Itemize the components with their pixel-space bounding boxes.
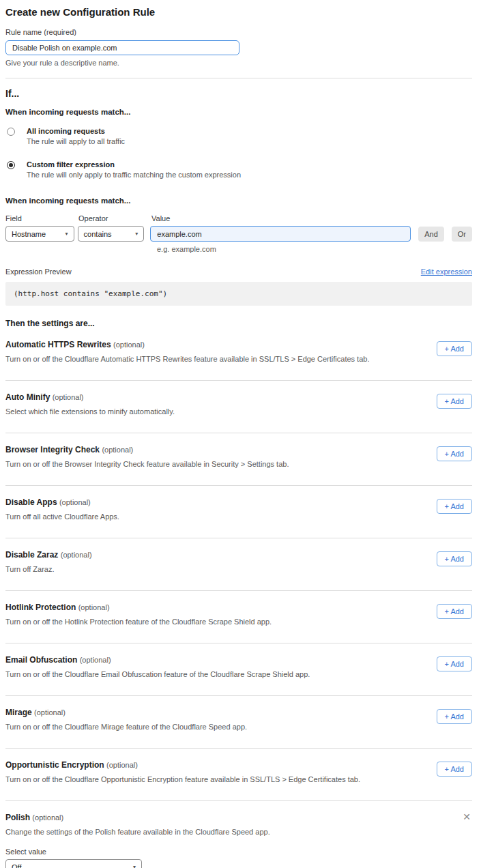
setting-name: Disable Zaraz [5, 550, 58, 560]
expression-builder-row: Hostname ▾ contains ▾ And Or [5, 226, 472, 242]
setting-name: Automatic HTTPS Rewrites [5, 340, 111, 349]
radio-description: The rule will apply to all traffic [27, 137, 125, 145]
field-select[interactable]: Hostname ▾ [5, 226, 74, 242]
setting-item-polish-expanded: Polish (optional) ✕ Change the settings … [5, 801, 472, 868]
polish-value-select[interactable]: Off ▾ [5, 859, 142, 868]
radio-icon-selected[interactable] [7, 161, 15, 169]
divider [5, 78, 472, 78]
setting-item: Automatic HTTPS Rewrites (optional) Turn… [5, 328, 472, 380]
operator-select[interactable]: contains ▾ [78, 226, 145, 242]
incoming-requests-match-heading: When incoming requests match... [5, 108, 472, 116]
then-settings-heading: Then the settings are... [5, 319, 472, 328]
setting-description: Change the settings of the Polish featur… [5, 828, 472, 836]
add-button[interactable]: + Add [437, 709, 472, 724]
setting-item: Opportunistic Encryption (optional) Turn… [5, 749, 472, 800]
setting-optional-label: (optional) [113, 341, 145, 349]
chevron-down-icon: ▾ [133, 864, 136, 868]
setting-optional-label: (optional) [53, 393, 84, 401]
setting-optional-label: (optional) [78, 603, 110, 611]
rule-name-input[interactable] [5, 40, 239, 55]
setting-name: Email Obfuscation [5, 655, 77, 665]
radio-option-custom-filter-expression[interactable]: Custom filter expression The rule will o… [5, 160, 472, 179]
setting-optional-label: (optional) [34, 708, 65, 717]
expression-preview-code: (http.host contains "example.com") [5, 282, 472, 306]
setting-name: Mirage [5, 708, 32, 717]
setting-description: Turn on or off the Cloudflare Mirage fea… [5, 723, 247, 731]
setting-item: Mirage (optional) Turn on or off the Clo… [5, 696, 472, 748]
setting-item: Disable Apps (optional) Turn off all act… [5, 486, 472, 538]
radio-label: All incoming requests [27, 127, 125, 135]
operator-select-value: contains [84, 230, 112, 238]
value-label: Value [151, 214, 170, 222]
rule-name-help: Give your rule a descriptive name. [5, 59, 472, 67]
setting-name: Browser Integrity Check [5, 445, 100, 454]
setting-description: Turn off Zaraz. [5, 565, 92, 573]
setting-name: Hotlink Protection [5, 603, 76, 612]
setting-optional-label: (optional) [80, 656, 111, 664]
radio-description: The rule will only apply to traffic matc… [27, 171, 241, 179]
setting-description: Turn off all active Cloudflare Apps. [5, 512, 119, 521]
close-icon[interactable]: ✕ [461, 813, 472, 821]
rule-name-label: Rule name (required) [5, 28, 472, 36]
builder-heading: When incoming requests match... [5, 197, 472, 205]
value-help-text: e.g. example.com [157, 245, 472, 253]
setting-optional-label: (optional) [61, 551, 92, 559]
radio-option-all-incoming-requests[interactable]: All incoming requests The rule will appl… [5, 127, 472, 145]
setting-name: Polish [5, 813, 30, 822]
edit-expression-link[interactable]: Edit expression [421, 267, 472, 276]
add-button[interactable]: + Add [437, 656, 472, 671]
expression-preview-label: Expression Preview [5, 267, 72, 276]
value-input[interactable] [150, 226, 411, 242]
setting-optional-label: (optional) [59, 498, 91, 506]
radio-icon[interactable] [7, 128, 15, 136]
if-heading: If... [5, 88, 472, 99]
polish-select-value: Off [12, 863, 21, 868]
page-title: Create new Configuration Rule [5, 6, 472, 18]
setting-optional-label: (optional) [106, 761, 138, 769]
builder-column-labels: Field Operator Value [5, 214, 472, 222]
select-value-label: Select value [5, 848, 472, 856]
setting-item: Hotlink Protection (optional) Turn on or… [5, 591, 472, 643]
setting-description: Turn on or off the Cloudflare Opportunis… [5, 775, 360, 783]
chevron-down-icon: ▾ [135, 231, 138, 237]
operator-label: Operator [78, 214, 151, 222]
setting-item: Browser Integrity Check (optional) Turn … [5, 433, 472, 485]
add-button[interactable]: + Add [437, 604, 472, 619]
add-button[interactable]: + Add [437, 394, 472, 409]
setting-description: Select which file extensions to minify a… [5, 407, 175, 416]
add-button[interactable]: + Add [437, 341, 472, 356]
settings-list: Automatic HTTPS Rewrites (optional) Turn… [5, 328, 472, 801]
field-select-value: Hostname [12, 230, 46, 238]
setting-item: Email Obfuscation (optional) Turn on or … [5, 643, 472, 695]
setting-item: Auto Minify (optional) Select which file… [5, 381, 472, 433]
radio-label: Custom filter expression [27, 160, 241, 169]
setting-optional-label: (optional) [102, 446, 133, 454]
setting-name: Disable Apps [5, 497, 57, 507]
setting-description: Turn on or off the Browser Integrity Che… [5, 460, 289, 468]
setting-description: Turn on or off the Cloudflare Automatic … [5, 355, 369, 363]
setting-name: Auto Minify [5, 392, 50, 402]
setting-description: Turn on or off the Hotlink Protection fe… [5, 618, 272, 626]
chevron-down-icon: ▾ [65, 231, 68, 237]
add-button[interactable]: + Add [437, 762, 472, 777]
setting-description: Turn on or off the Cloudflare Email Obfu… [5, 670, 310, 678]
setting-name: Opportunistic Encryption [5, 760, 104, 770]
add-button[interactable]: + Add [437, 446, 472, 461]
or-button[interactable]: Or [452, 227, 472, 242]
create-configuration-rule-form: Create new Configuration Rule Rule name … [0, 0, 481, 868]
setting-item: Disable Zaraz (optional) Turn off Zaraz.… [5, 538, 472, 590]
add-button[interactable]: + Add [437, 551, 472, 566]
add-button[interactable]: + Add [437, 499, 472, 514]
field-label: Field [5, 214, 78, 222]
and-button[interactable]: And [418, 227, 444, 242]
setting-optional-label: (optional) [32, 813, 63, 822]
